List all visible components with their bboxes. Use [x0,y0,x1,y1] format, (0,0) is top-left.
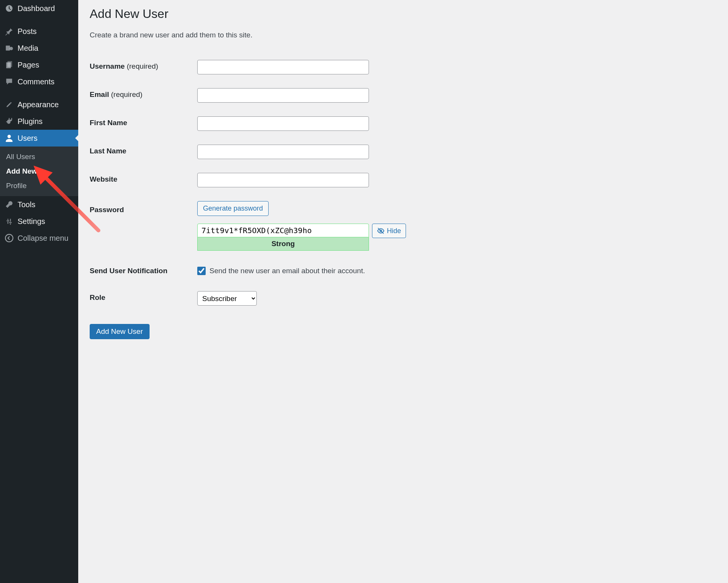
sidebar-item-label: Media [18,44,38,53]
website-label: Website [90,175,118,183]
sidebar-item-tools[interactable]: Tools [0,196,78,213]
notification-checkbox[interactable] [197,267,206,275]
plugins-icon [5,117,14,126]
sidebar-item-label: Users [18,134,37,143]
username-required: (required) [127,62,158,70]
hide-password-button[interactable]: Hide [372,224,406,238]
last-name-label: Last Name [90,147,126,155]
comments-icon [5,77,14,86]
password-strength: Strong [197,237,369,251]
sidebar-item-media[interactable]: Media [0,40,78,56]
collapse-menu[interactable]: Collapse menu [0,230,78,246]
add-new-user-button[interactable]: Add New User [90,324,150,339]
username-label: Username [90,62,125,70]
svg-point-4 [8,135,11,138]
collapse-label: Collapse menu [18,234,68,243]
sidebar-item-users[interactable]: Users [0,130,78,147]
first-name-input[interactable] [197,116,369,131]
media-icon [5,43,14,53]
website-input[interactable] [197,173,369,187]
dashboard-icon [5,4,14,13]
svg-rect-3 [8,61,12,67]
sidebar-item-label: Pages [18,61,39,69]
generate-password-button[interactable]: Generate password [197,201,269,216]
sidebar-item-plugins[interactable]: Plugins [0,113,78,130]
sidebar-item-comments[interactable]: Comments [0,73,78,90]
collapse-icon [5,234,14,243]
page-title: Add New User [90,7,717,21]
email-input[interactable] [197,88,369,103]
email-label: Email [90,90,109,98]
sidebar-item-label: Dashboard [18,4,55,13]
users-icon [5,134,14,143]
pages-icon [5,60,14,69]
sidebar-item-settings[interactable]: Settings [0,213,78,230]
svg-point-5 [5,234,13,242]
admin-sidebar: Dashboard Posts Media Pages Commen [0,0,78,583]
hide-button-label: Hide [387,227,401,235]
main-content: Add New User Create a brand new user and… [78,0,728,583]
password-label: Password [90,206,124,214]
sidebar-item-dashboard[interactable]: Dashboard [0,0,78,17]
username-input[interactable] [197,60,369,74]
password-input[interactable] [197,224,369,237]
appearance-icon [5,100,14,109]
notification-checkbox-label: Send the new user an email about their a… [209,267,365,275]
email-required: (required) [111,90,142,98]
svg-rect-0 [6,45,10,50]
last-name-input[interactable] [197,145,369,159]
add-user-form: Username (required) Email (required) Fir… [90,53,717,312]
svg-point-1 [10,47,13,50]
notification-checkbox-row[interactable]: Send the new user an email about their a… [197,267,713,275]
sidebar-item-label: Tools [18,200,35,209]
users-submenu: All Users Add New Profile [0,147,78,196]
first-name-label: First Name [90,119,127,127]
sidebar-item-posts[interactable]: Posts [0,23,78,40]
sidebar-item-pages[interactable]: Pages [0,56,78,73]
settings-icon [5,217,14,226]
submenu-item-add-new[interactable]: Add New [0,164,78,179]
sidebar-item-label: Appearance [18,100,59,109]
role-label: Role [90,293,105,301]
sidebar-item-label: Plugins [18,117,43,126]
page-description: Create a brand new user and add them to … [90,31,717,39]
notification-label: Send User Notification [90,267,168,275]
sidebar-item-label: Settings [18,217,45,226]
tools-icon [5,200,14,209]
sidebar-item-appearance[interactable]: Appearance [0,96,78,113]
submenu-item-all-users[interactable]: All Users [0,150,78,164]
sidebar-item-label: Comments [18,77,55,86]
role-select[interactable]: Subscriber [197,291,257,306]
sidebar-item-label: Posts [18,27,37,36]
eye-slash-icon [377,227,385,235]
pin-icon [5,27,14,36]
submenu-item-profile[interactable]: Profile [0,179,78,193]
